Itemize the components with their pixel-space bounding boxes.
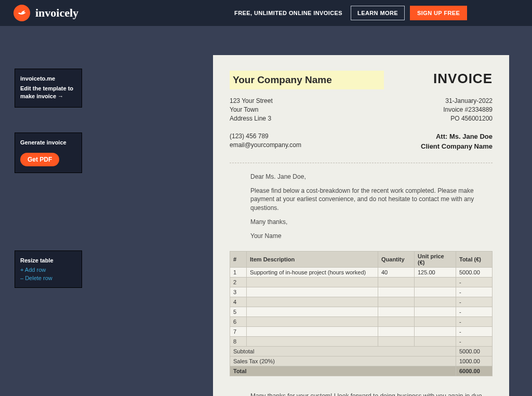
footer-note[interactable]: Many thanks for your custom! I look forw… bbox=[230, 392, 493, 396]
contact-block[interactable]: (123) 456 789 email@yourcompany.com bbox=[230, 132, 301, 151]
invoice-date[interactable]: 31-January-2022 bbox=[443, 97, 493, 105]
tax-label[interactable]: Sales Tax (20%) bbox=[230, 356, 456, 366]
cell-desc[interactable] bbox=[247, 316, 378, 326]
cell-n[interactable]: 5 bbox=[230, 307, 247, 316]
cell-qty[interactable] bbox=[378, 287, 415, 297]
cell-desc[interactable]: Supporting of in-house project (hours wo… bbox=[247, 267, 378, 277]
cell-price[interactable] bbox=[415, 277, 456, 287]
cell-total[interactable]: - bbox=[456, 297, 493, 307]
phone[interactable]: (123) 456 789 bbox=[230, 132, 301, 141]
addr-line[interactable]: 123 Your Street bbox=[230, 97, 273, 105]
cell-qty[interactable] bbox=[378, 307, 415, 316]
cell-total[interactable]: - bbox=[456, 326, 493, 336]
cell-n[interactable]: 2 bbox=[230, 277, 247, 287]
add-row-link[interactable]: + Add row bbox=[20, 267, 76, 273]
cell-price[interactable] bbox=[415, 336, 456, 346]
delete-row-link[interactable]: – Delete row bbox=[20, 275, 76, 281]
invoice-title[interactable]: INVOICE bbox=[433, 71, 493, 87]
attention-name[interactable]: Att: Ms. Jane Doe bbox=[421, 132, 493, 141]
cell-price[interactable] bbox=[415, 326, 456, 336]
cell-total[interactable]: - bbox=[456, 277, 493, 287]
tax-value[interactable]: 1000.00 bbox=[456, 356, 493, 366]
subtotal-label[interactable]: Subtotal bbox=[230, 346, 456, 356]
email[interactable]: email@yourcompany.com bbox=[230, 141, 301, 150]
cell-qty[interactable] bbox=[378, 277, 415, 287]
col-total[interactable]: Total (€) bbox=[456, 251, 493, 267]
col-price[interactable]: Unit price (€) bbox=[415, 251, 456, 267]
cell-qty[interactable] bbox=[378, 316, 415, 326]
cell-price[interactable]: 125.00 bbox=[415, 267, 456, 277]
cell-total[interactable]: - bbox=[456, 307, 493, 316]
subtotal-row[interactable]: Subtotal 5000.00 bbox=[230, 346, 493, 356]
col-desc[interactable]: Item Description bbox=[247, 251, 378, 267]
cell-qty[interactable]: 40 bbox=[378, 267, 415, 277]
cell-desc[interactable] bbox=[247, 336, 378, 346]
cell-n[interactable]: 3 bbox=[230, 287, 247, 297]
cell-price[interactable] bbox=[415, 297, 456, 307]
cell-price[interactable] bbox=[415, 307, 456, 316]
client-company[interactable]: Client Company Name bbox=[421, 142, 493, 151]
invoice-number[interactable]: Invoice #2334889 bbox=[443, 105, 493, 114]
total-row[interactable]: Total 6000.00 bbox=[230, 366, 493, 376]
cell-price[interactable] bbox=[415, 316, 456, 326]
letter-greeting[interactable]: Dear Ms. Jane Doe, bbox=[250, 173, 487, 181]
table-row[interactable]: 7- bbox=[230, 326, 493, 336]
table-row[interactable]: 6- bbox=[230, 316, 493, 326]
table-row[interactable]: 3- bbox=[230, 287, 493, 297]
cell-n[interactable]: 7 bbox=[230, 326, 247, 336]
cell-total[interactable]: - bbox=[456, 316, 493, 326]
addr-line[interactable]: Address Line 3 bbox=[230, 114, 273, 123]
company-name-input[interactable]: Your Company Name bbox=[230, 71, 384, 89]
col-qty[interactable]: Quantity bbox=[378, 251, 415, 267]
total-value[interactable]: 6000.00 bbox=[456, 366, 493, 376]
cell-desc[interactable] bbox=[247, 287, 378, 297]
table-row[interactable]: 8- bbox=[230, 336, 493, 346]
footer-line1[interactable]: Many thanks for your custom! I look forw… bbox=[250, 392, 487, 396]
letter-body[interactable]: Please find below a cost-breakdown for t… bbox=[250, 187, 487, 213]
letter-sign[interactable]: Your Name bbox=[250, 232, 487, 241]
cell-n[interactable]: 6 bbox=[230, 316, 247, 326]
cell-qty[interactable] bbox=[378, 336, 415, 346]
panel-siteinfo-sub: Edit the template to make invoice → bbox=[20, 85, 76, 101]
cell-price[interactable] bbox=[415, 287, 456, 297]
cell-n[interactable]: 1 bbox=[230, 267, 247, 277]
divider bbox=[230, 163, 493, 163]
cell-total[interactable]: 5000.00 bbox=[456, 267, 493, 277]
cell-desc[interactable] bbox=[247, 307, 378, 316]
table-row[interactable]: 2- bbox=[230, 277, 493, 287]
table-row[interactable]: 1Supporting of in-house project (hours w… bbox=[230, 267, 493, 277]
logo[interactable]: invoicely bbox=[14, 5, 78, 21]
cell-desc[interactable] bbox=[247, 326, 378, 336]
letter-block[interactable]: Dear Ms. Jane Doe, Please find below a c… bbox=[230, 173, 493, 241]
learn-more-button[interactable]: LEARN MORE bbox=[351, 6, 405, 20]
from-address[interactable]: 123 Your Street Your Town Address Line 3 bbox=[230, 97, 273, 123]
invoice-paper[interactable]: Your Company Name INVOICE 123 Your Stree… bbox=[213, 55, 509, 396]
po-number[interactable]: PO 456001200 bbox=[443, 114, 493, 123]
table-row[interactable]: 5- bbox=[230, 307, 493, 316]
cell-n[interactable]: 4 bbox=[230, 297, 247, 307]
invoice-meta[interactable]: 31-January-2022 Invoice #2334889 PO 4560… bbox=[443, 97, 493, 123]
attention-block[interactable]: Att: Ms. Jane Doe Client Company Name bbox=[421, 132, 493, 151]
subtotal-value[interactable]: 5000.00 bbox=[456, 346, 493, 356]
letter-thanks[interactable]: Many thanks, bbox=[250, 218, 487, 227]
tax-row[interactable]: Sales Tax (20%) 1000.00 bbox=[230, 356, 493, 366]
cell-desc[interactable] bbox=[247, 297, 378, 307]
cell-qty[interactable] bbox=[378, 297, 415, 307]
panel-resize: Resize table + Add row – Delete row bbox=[15, 250, 82, 288]
signup-button[interactable]: SIGN UP FREE bbox=[410, 6, 467, 20]
col-num[interactable]: # bbox=[230, 251, 247, 267]
panel-siteinfo: invoiceto.me Edit the template to make i… bbox=[15, 69, 82, 108]
topbar-actions: FREE, UNLIMITED ONLINE INVOICES LEARN MO… bbox=[234, 6, 467, 20]
cell-qty[interactable] bbox=[378, 326, 415, 336]
cell-desc[interactable] bbox=[247, 277, 378, 287]
addr-line[interactable]: Your Town bbox=[230, 105, 273, 114]
cell-total[interactable]: - bbox=[456, 287, 493, 297]
table-row[interactable]: 4- bbox=[230, 297, 493, 307]
get-pdf-button[interactable]: Get PDF bbox=[20, 153, 59, 166]
cell-total[interactable]: - bbox=[456, 336, 493, 346]
tagline: FREE, UNLIMITED ONLINE INVOICES bbox=[234, 10, 342, 16]
items-table[interactable]: # Item Description Quantity Unit price (… bbox=[230, 251, 493, 376]
total-label[interactable]: Total bbox=[230, 366, 456, 376]
cell-n[interactable]: 8 bbox=[230, 336, 247, 346]
brand-text: invoicely bbox=[35, 6, 78, 20]
